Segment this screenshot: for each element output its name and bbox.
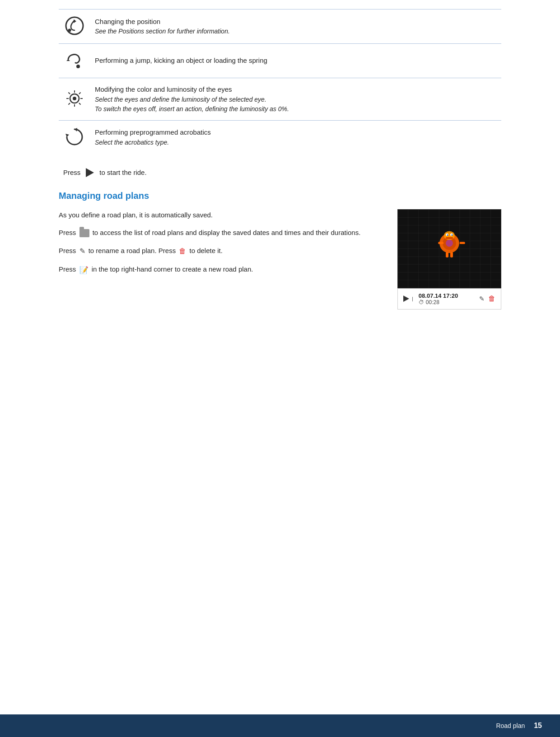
svg-point-37: [451, 234, 453, 235]
footer: Road plan 15: [0, 714, 560, 737]
para3-after: to delete it.: [189, 247, 222, 254]
rename-action-icon[interactable]: ✎: [479, 295, 485, 302]
footer-page: 15: [534, 722, 542, 730]
road-plan-preview: | 08.07.14 17:20 ⏱ 00:28 ✎ 🗑: [397, 209, 501, 310]
table-row: Modifying the color and luminosity of th…: [59, 78, 501, 121]
para2-before: Press: [59, 229, 76, 236]
icon-cell-eyes: [59, 78, 90, 121]
icon-cell-jump: [59, 44, 90, 78]
clock-icon: ⏱: [419, 299, 424, 305]
press-start-section: Press to start the ride.: [63, 168, 501, 177]
svg-rect-38: [446, 237, 453, 239]
para2: Press to access the list of road plans a…: [59, 227, 384, 239]
para2-middle: to access the list of road plans and dis…: [93, 229, 361, 236]
table-row: Performing preprogrammed acrobatics Sele…: [59, 120, 501, 155]
table-row: Performing a jump, kicking an object or …: [59, 44, 501, 78]
play-small-icon: [403, 296, 409, 302]
footer-label: Road plan: [496, 722, 525, 729]
text-sub: Select the acrobatics type.: [95, 138, 497, 147]
text-sub: Select the eyes and define the luminosit…: [95, 95, 497, 104]
para4-middle: in the top right-hand corner to create a…: [92, 265, 253, 273]
icon-cell-acrobatics: [59, 120, 90, 155]
text-main: Performing a jump, kicking an object or …: [95, 56, 497, 66]
icon-table: Changing the position See the Positions …: [59, 9, 501, 155]
svg-point-36: [447, 234, 448, 235]
svg-line-10: [79, 92, 81, 94]
text-sub2: To switch the eyes off, insert an action…: [95, 104, 497, 114]
svg-line-11: [69, 103, 70, 105]
text-cell-jump: Performing a jump, kicking an object or …: [90, 44, 501, 78]
press-label: Press: [63, 169, 80, 176]
text-cell-position: Changing the position See the Positions …: [90, 9, 501, 44]
section-title: Managing road plans: [59, 191, 501, 201]
position-icon: [65, 16, 84, 36]
play-triangle-icon: [84, 168, 96, 177]
svg-point-1: [68, 29, 71, 32]
plan-duration: ⏱ 00:28: [419, 299, 476, 305]
table-row: Changing the position See the Positions …: [59, 9, 501, 44]
svg-point-2: [76, 65, 80, 68]
para3: Press ✎ to rename a road plan. Press 🗑 t…: [59, 245, 384, 258]
page-content: Changing the position See the Positions …: [0, 0, 560, 346]
new-plan-icon: 📝: [79, 264, 89, 276]
folder-icon: [79, 229, 89, 237]
svg-line-8: [69, 92, 70, 94]
acrobatics-icon: [65, 127, 84, 147]
plan-details: 08.07.14 17:20 ⏱ 00:28: [419, 292, 476, 305]
para3-middle: to rename a road plan. Press: [89, 247, 176, 254]
plan-actions: ✎ 🗑: [479, 295, 495, 303]
svg-rect-42: [450, 252, 453, 257]
text-cell-acrobatics: Performing preprogrammed acrobatics Sele…: [90, 120, 501, 155]
svg-rect-40: [460, 242, 465, 244]
para4: Press 📝 in the top right-hand corner to …: [59, 263, 384, 276]
grid-preview: [397, 209, 501, 288]
para3-before: Press: [59, 247, 76, 254]
plan-info-left: |: [403, 296, 413, 302]
svg-point-12: [73, 97, 76, 100]
text-cell-eyes: Modifying the color and luminosity of th…: [90, 78, 501, 121]
para1: As you define a road plan, it is automat…: [59, 209, 384, 221]
text-sub: See the Positions section for further in…: [95, 27, 497, 36]
managing-content: As you define a road plan, it is automat…: [59, 209, 501, 310]
svg-rect-41: [446, 252, 448, 257]
grid-svg: [398, 210, 501, 288]
plan-date: 08.07.14 17:20: [419, 292, 476, 299]
para4-before: Press: [59, 265, 76, 273]
svg-point-0: [66, 17, 83, 34]
start-ride-label: to start the ride.: [99, 169, 146, 176]
jump-icon: [65, 50, 84, 70]
eyes-icon: [65, 89, 84, 108]
text-main: Performing preprogrammed acrobatics: [95, 127, 497, 138]
svg-point-43: [446, 239, 453, 247]
icon-cell-position: [59, 9, 90, 44]
plan-info-bar: | 08.07.14 17:20 ⏱ 00:28 ✎ 🗑: [397, 288, 501, 310]
pencil-rename-icon: ✎: [79, 245, 85, 257]
text-main: Changing the position: [95, 17, 497, 27]
svg-line-9: [79, 103, 81, 105]
svg-rect-39: [438, 242, 443, 244]
duration-value: 00:28: [426, 299, 439, 305]
delete-action-icon[interactable]: 🗑: [488, 295, 495, 303]
text-main: Modifying the color and luminosity of th…: [95, 84, 497, 95]
managing-text: As you define a road plan, it is automat…: [59, 209, 384, 282]
trash-icon: 🗑: [179, 245, 186, 257]
